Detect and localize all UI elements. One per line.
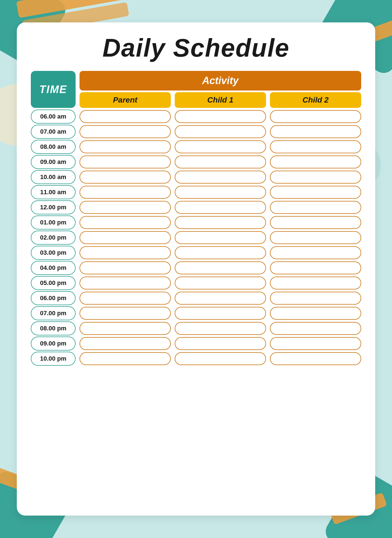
- time-label: 10.00 am: [40, 173, 66, 181]
- activity-input-cell[interactable]: [80, 337, 171, 350]
- activity-input-cell[interactable]: [175, 277, 266, 289]
- table-row: 06.00 pm: [31, 291, 361, 305]
- activity-input-cell[interactable]: [80, 125, 171, 138]
- activity-input-cell[interactable]: [175, 231, 266, 244]
- activity-input-cell[interactable]: [270, 337, 361, 350]
- sub-headers: Parent Child 1 Child 2: [80, 92, 361, 108]
- activity-input-cell[interactable]: [175, 337, 266, 350]
- table-row: 05.00 pm: [31, 276, 361, 290]
- activity-input-cell[interactable]: [270, 277, 361, 289]
- activity-input-cell[interactable]: [175, 171, 266, 184]
- time-cell: 06.00 pm: [31, 291, 76, 305]
- table-row: 07.00 am: [31, 125, 361, 139]
- activity-input-cell[interactable]: [80, 171, 171, 184]
- time-cell: 08.00 am: [31, 140, 76, 154]
- activity-input-cell[interactable]: [175, 261, 266, 274]
- time-cell: 09.00 pm: [31, 337, 76, 351]
- activity-cells: [80, 277, 361, 289]
- activity-input-cell[interactable]: [80, 110, 171, 123]
- table-row: 09.00 am: [31, 155, 361, 169]
- activity-input-cell[interactable]: [270, 246, 361, 259]
- activity-input-cell[interactable]: [175, 201, 266, 214]
- activity-title-text: Activity: [202, 75, 239, 87]
- activity-input-cell[interactable]: [175, 307, 266, 320]
- activity-input-cell[interactable]: [175, 186, 266, 199]
- sub-header-parent-label: Parent: [113, 96, 137, 105]
- activity-input-cell[interactable]: [80, 322, 171, 335]
- activity-input-cell[interactable]: [80, 186, 171, 199]
- table-row: 12.00 pm: [31, 200, 361, 214]
- activity-input-cell[interactable]: [80, 307, 171, 320]
- time-label: 09.00 pm: [40, 340, 66, 347]
- activity-cells: [80, 352, 361, 365]
- activity-input-cell[interactable]: [175, 156, 266, 168]
- activity-input-cell[interactable]: [270, 216, 361, 229]
- table-row: 08.00 am: [31, 140, 361, 154]
- time-label: 02.00 pm: [40, 234, 66, 241]
- table-row: 10.00 pm: [31, 352, 361, 366]
- time-cell: 06.00 am: [31, 110, 76, 124]
- activity-input-cell[interactable]: [80, 156, 171, 168]
- activity-input-cell[interactable]: [175, 246, 266, 259]
- activity-input-cell[interactable]: [80, 277, 171, 289]
- activity-cells: [80, 307, 361, 320]
- activity-input-cell[interactable]: [175, 125, 266, 138]
- activity-input-cell[interactable]: [270, 171, 361, 184]
- activity-input-cell[interactable]: [270, 231, 361, 244]
- table-row: 04.00 pm: [31, 261, 361, 275]
- activity-input-cell[interactable]: [175, 216, 266, 229]
- activity-input-cell[interactable]: [270, 156, 361, 168]
- activity-input-cell[interactable]: [270, 261, 361, 274]
- activity-input-cell[interactable]: [270, 322, 361, 335]
- table-row: 06.00 am: [31, 110, 361, 124]
- table-row: 03.00 pm: [31, 246, 361, 260]
- page-title: Daily Schedule: [31, 34, 361, 62]
- activity-input-cell[interactable]: [80, 246, 171, 259]
- activity-cells: [80, 261, 361, 274]
- activity-input-cell[interactable]: [175, 140, 266, 153]
- activity-input-cell[interactable]: [80, 201, 171, 214]
- activity-input-cell[interactable]: [270, 186, 361, 199]
- time-label: 01.00 pm: [40, 219, 66, 226]
- time-label: 12.00 pm: [40, 204, 66, 211]
- activity-input-cell[interactable]: [80, 231, 171, 244]
- activity-cells: [80, 171, 361, 184]
- activity-input-cell[interactable]: [270, 140, 361, 153]
- table-row: 10.00 am: [31, 170, 361, 184]
- header-row: TIME Activity Parent Child 1 Child 2: [31, 71, 361, 108]
- time-label: 11.00 am: [40, 189, 66, 196]
- activity-cells: [80, 186, 361, 199]
- activity-input-cell[interactable]: [80, 261, 171, 274]
- time-cell: 07.00 am: [31, 125, 76, 139]
- activity-input-cell[interactable]: [270, 201, 361, 214]
- activity-section: Activity Parent Child 1 Child 2: [80, 71, 361, 108]
- activity-cells: [80, 216, 361, 229]
- schedule-container: TIME Activity Parent Child 1 Child 2: [31, 71, 361, 367]
- activity-input-cell[interactable]: [80, 352, 171, 365]
- activity-input-cell[interactable]: [175, 292, 266, 305]
- activity-input-cell[interactable]: [270, 292, 361, 305]
- time-label: 06.00 pm: [40, 294, 66, 302]
- time-cell: 04.00 pm: [31, 261, 76, 275]
- time-cell: 12.00 pm: [31, 200, 76, 214]
- time-cell: 11.00 am: [31, 185, 76, 199]
- activity-input-cell[interactable]: [270, 110, 361, 123]
- activity-input-cell[interactable]: [175, 352, 266, 365]
- activity-input-cell[interactable]: [270, 307, 361, 320]
- time-label: 05.00 pm: [40, 279, 66, 287]
- activity-input-cell[interactable]: [270, 352, 361, 365]
- activity-input-cell[interactable]: [80, 216, 171, 229]
- activity-input-cell[interactable]: [175, 322, 266, 335]
- table-row: 02.00 pm: [31, 231, 361, 245]
- activity-input-cell[interactable]: [270, 125, 361, 138]
- time-label: 08.00 pm: [40, 325, 66, 332]
- sub-header-child2: Child 2: [270, 92, 361, 108]
- time-label: 06.00 am: [40, 113, 66, 120]
- time-cell: 10.00 pm: [31, 352, 76, 366]
- table-row: 07.00 pm: [31, 306, 361, 320]
- time-label: 09.00 am: [40, 158, 66, 166]
- activity-input-cell[interactable]: [80, 292, 171, 305]
- activity-input-cell[interactable]: [80, 140, 171, 153]
- time-cell: 05.00 pm: [31, 276, 76, 290]
- activity-input-cell[interactable]: [175, 110, 266, 123]
